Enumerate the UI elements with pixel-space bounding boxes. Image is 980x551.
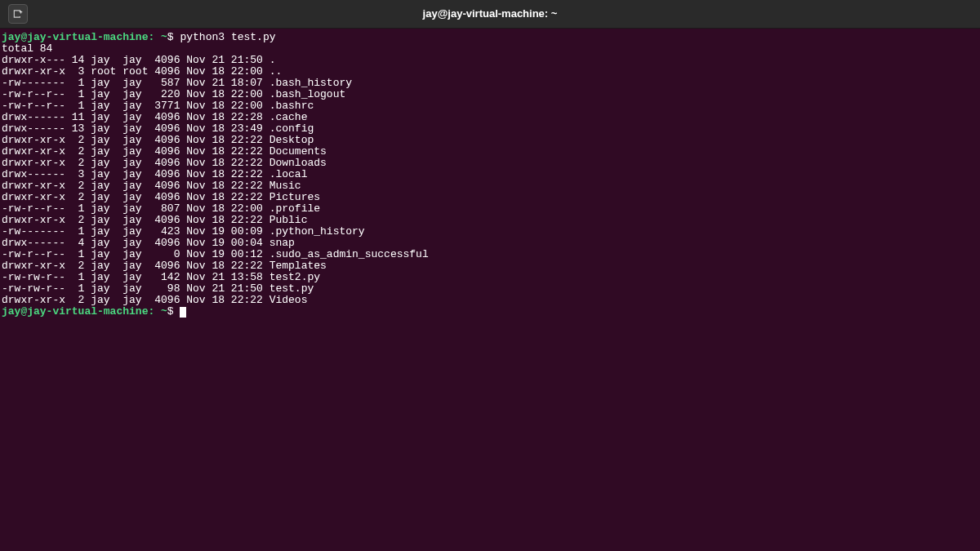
prompt-dollar: $	[167, 31, 180, 43]
terminal-content[interactable]: jay@jay-virtual-machine: ~$ python3 test…	[0, 29, 980, 318]
output-total: total 84	[2, 42, 52, 55]
prompt-path: ~	[154, 31, 167, 43]
prompt-dollar: $	[167, 305, 180, 318]
prompt-userhost: jay@jay-virtual-machine	[2, 31, 148, 43]
cursor	[180, 307, 186, 318]
window-title: jay@jay-virtual-machine: ~	[423, 8, 558, 20]
prompt-path: ~	[154, 305, 167, 318]
new-tab-button[interactable]	[8, 4, 28, 24]
window-titlebar: jay@jay-virtual-machine: ~	[0, 0, 980, 29]
prompt-userhost: jay@jay-virtual-machine	[2, 305, 148, 318]
prompt-line-1: jay@jay-virtual-machine: ~$ python3 test…	[2, 31, 276, 43]
prompt-line-2: jay@jay-virtual-machine: ~$	[2, 305, 186, 318]
output-listing: drwxr-x--- 14 jay jay 4096 Nov 21 21:50 …	[2, 55, 980, 306]
command-text: python3 test.py	[180, 31, 275, 43]
terminal-tab-icon	[12, 8, 24, 20]
